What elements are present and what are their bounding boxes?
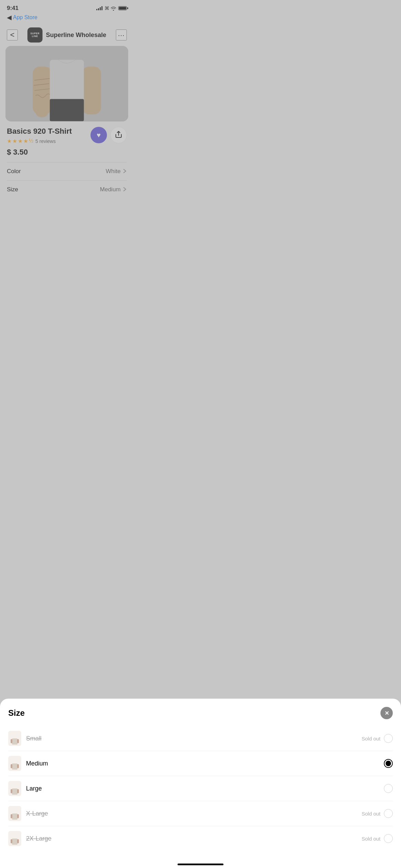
- star-1: ★: [7, 138, 12, 144]
- color-value: White: [106, 168, 127, 175]
- nav-bar: < SUPERLINE Superline Wholesale ···: [0, 24, 134, 46]
- star-4: ★: [23, 138, 28, 144]
- app-store-bar: ◀ App Store: [0, 13, 134, 24]
- app-store-back[interactable]: ◀ App Store: [7, 14, 127, 21]
- color-label: Color: [7, 168, 21, 175]
- product-info: Basics 920 T-Shirt ★ ★ ★ ★ ½ 5 reviews: [7, 127, 72, 144]
- page-wrapper: 9:41 ⌘ ◀: [0, 0, 134, 289]
- app-store-label: App Store: [13, 14, 37, 21]
- wishlist-button[interactable]: ♥: [90, 127, 107, 143]
- product-details: Basics 920 T-Shirt ★ ★ ★ ★ ½ 5 reviews ♥: [0, 121, 134, 162]
- stars-row: ★ ★ ★ ★ ½ 5 reviews: [7, 138, 72, 144]
- nav-back-arrow-icon: <: [10, 31, 15, 39]
- stars-rating: ★ ★ ★ ★ ½: [7, 138, 33, 144]
- color-selected: White: [106, 168, 121, 175]
- more-options-button[interactable]: ···: [116, 29, 127, 40]
- product-image-svg: [5, 46, 128, 121]
- size-label: Size: [7, 186, 18, 193]
- color-option-row[interactable]: Color White: [0, 162, 134, 180]
- svg-rect-5: [82, 67, 101, 114]
- star-2: ★: [12, 138, 17, 144]
- product-image-placeholder: [5, 46, 128, 121]
- heart-icon: ♥: [97, 131, 101, 139]
- star-3: ★: [18, 138, 23, 144]
- store-logo-text: SUPERLINE: [31, 32, 40, 38]
- more-dots-icon: ···: [118, 31, 125, 39]
- back-arrow-icon: ◀: [7, 14, 12, 21]
- wifi-icon: ⌘: [105, 5, 116, 11]
- size-value: Medium: [100, 186, 127, 193]
- store-logo: SUPERLINE: [27, 27, 42, 43]
- star-5-half: ½: [29, 138, 33, 144]
- product-image: [5, 46, 128, 121]
- size-selected: Medium: [100, 186, 121, 193]
- share-button[interactable]: [110, 127, 127, 143]
- share-icon: [116, 131, 122, 140]
- size-option-row[interactable]: Size Medium: [0, 181, 134, 198]
- battery-icon: [118, 6, 127, 10]
- svg-rect-7: [50, 99, 84, 121]
- store-name: Superline Wholesale: [46, 32, 106, 39]
- product-title: Basics 920 T-Shirt: [7, 127, 72, 136]
- size-chevron-icon: [123, 186, 127, 193]
- status-time: 9:41: [7, 5, 19, 12]
- nav-title-area: SUPERLINE Superline Wholesale: [27, 27, 106, 43]
- product-price: $ 3.50: [7, 148, 127, 157]
- svg-point-8: [36, 108, 48, 118]
- reviews-count: 5 reviews: [35, 138, 56, 144]
- status-bar: 9:41 ⌘: [0, 0, 134, 13]
- signal-bars-icon: [96, 6, 102, 10]
- svg-rect-6: [50, 60, 84, 104]
- svg-point-9: [85, 98, 98, 107]
- status-icons: ⌘: [96, 5, 127, 11]
- nav-back-button[interactable]: <: [7, 29, 18, 40]
- color-chevron-icon: [123, 168, 127, 175]
- product-header: Basics 920 T-Shirt ★ ★ ★ ★ ½ 5 reviews ♥: [7, 127, 127, 144]
- action-buttons: ♥: [90, 127, 127, 143]
